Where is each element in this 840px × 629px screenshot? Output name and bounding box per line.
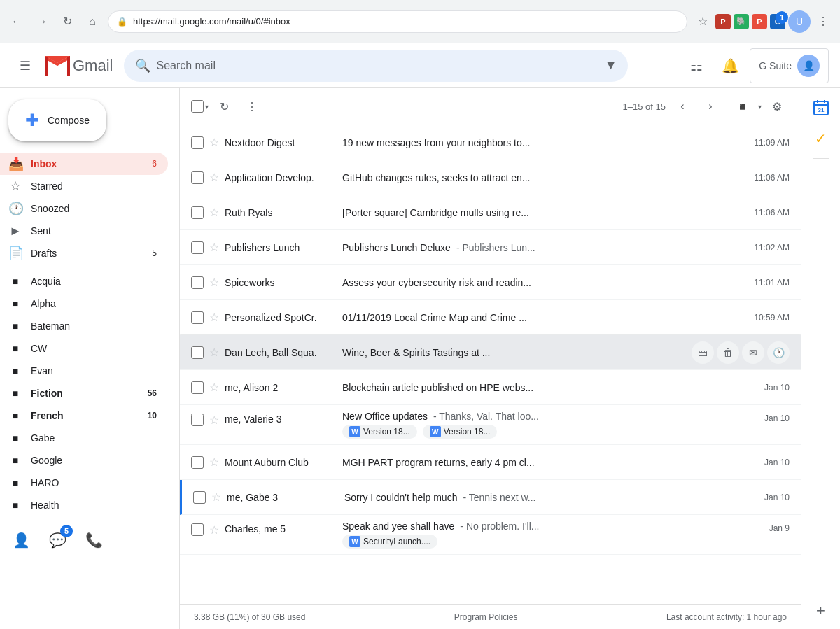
ext-icon-2[interactable]: 🐘 bbox=[734, 14, 749, 29]
menu-button[interactable]: ⋮ bbox=[813, 12, 833, 31]
sidebar-label-evan[interactable]: ■ Evan bbox=[0, 360, 168, 382]
back-button[interactable]: ← bbox=[7, 12, 27, 31]
phone-icon-btn[interactable]: 📞 bbox=[81, 528, 106, 553]
pagination-info: 1–15 of 15 ‹ › bbox=[623, 95, 722, 118]
email-row[interactable]: ☆ Mount Auburn Club MGH PART program ret… bbox=[180, 445, 801, 480]
bookmark-button[interactable]: ☆ bbox=[693, 12, 713, 31]
attachment-chip[interactable]: W Version 18... bbox=[342, 425, 417, 439]
sidebar-label-alpha[interactable]: ■ Alpha bbox=[0, 292, 168, 315]
sidebar-item-sent[interactable]: ► Sent bbox=[0, 220, 168, 242]
select-dropdown-arrow[interactable]: ▾ bbox=[205, 103, 209, 111]
calendar-icon-btn[interactable]: 31 bbox=[807, 94, 835, 122]
email-row[interactable]: ☆ Ruth Ryals [Porter square] Cambridge m… bbox=[180, 195, 801, 230]
search-dropdown-icon[interactable]: ▼ bbox=[605, 58, 617, 73]
email-star[interactable]: ☆ bbox=[209, 414, 219, 427]
user-avatar[interactable]: 👤 bbox=[797, 55, 820, 77]
compose-button[interactable]: ✚ Compose bbox=[8, 99, 106, 141]
email-row[interactable]: ☆ Nextdoor Digest 19 new messages from y… bbox=[180, 125, 801, 160]
email-star[interactable]: ☆ bbox=[211, 490, 221, 504]
email-row[interactable]: ☆ Publishers Lunch Publishers Lunch Delu… bbox=[180, 230, 801, 265]
sidebar-item-inbox[interactable]: 📥 Inbox 6 bbox=[0, 153, 168, 175]
sidebar-label-french[interactable]: ■ French 10 bbox=[0, 404, 168, 427]
right-divider bbox=[813, 158, 830, 159]
view-dropdown-arrow[interactable]: ▾ bbox=[758, 103, 762, 111]
email-star[interactable]: ☆ bbox=[209, 455, 219, 469]
gmail-footer: 3.38 GB (11%) of 30 GB used Program Poli… bbox=[180, 604, 801, 629]
delete-button[interactable]: 🗑 bbox=[717, 341, 739, 364]
email-row[interactable]: ☆ me, Valerie 3 New Office updates - Tha… bbox=[180, 405, 801, 445]
archive-button[interactable]: 🗃 bbox=[692, 341, 714, 364]
email-star[interactable]: ☆ bbox=[209, 206, 219, 219]
attachment-chip[interactable]: W SecurityLaunch.... bbox=[342, 535, 438, 549]
email-star[interactable]: ☆ bbox=[209, 171, 219, 184]
email-checkbox[interactable] bbox=[191, 206, 204, 219]
sidebar-item-snoozed[interactable]: 🕐 Snoozed bbox=[0, 197, 168, 220]
sidebar-label-acquia[interactable]: ■ Acquia bbox=[0, 270, 168, 292]
email-star[interactable]: ☆ bbox=[209, 276, 219, 289]
sidebar-label-health[interactable]: ■ Health bbox=[0, 494, 168, 516]
ext-icon-4[interactable]: G1 bbox=[770, 14, 785, 29]
email-star[interactable]: ☆ bbox=[209, 311, 219, 324]
url-bar[interactable]: 🔒 https://mail.google.com/mail/u/0/#inbo… bbox=[108, 10, 687, 33]
snooze-button[interactable]: 🕐 bbox=[767, 341, 790, 364]
email-checkbox[interactable] bbox=[191, 346, 204, 359]
search-bar[interactable]: 🔍 ▼ bbox=[124, 50, 628, 82]
sidebar-label-haro[interactable]: ■ HARO bbox=[0, 472, 168, 494]
email-star[interactable]: ☆ bbox=[209, 381, 219, 394]
split-view-button[interactable]: ◾ bbox=[730, 94, 755, 119]
email-row[interactable]: ☆ Application Develop. GitHub changes ru… bbox=[180, 160, 801, 195]
forward-button[interactable]: → bbox=[32, 12, 52, 31]
email-checkbox[interactable] bbox=[191, 276, 204, 289]
notifications-button[interactable]: 🔔 bbox=[716, 52, 744, 80]
email-row-hovered[interactable]: ☆ Dan Lech, Ball Squa. Wine, Beer & Spir… bbox=[180, 335, 801, 370]
gsuite-button[interactable]: G Suite 👤 bbox=[750, 48, 829, 83]
sidebar-label-gabe[interactable]: ■ Gabe bbox=[0, 427, 168, 449]
hamburger-menu[interactable]: ☰ bbox=[11, 52, 39, 80]
sidebar-item-starred[interactable]: ☆ Starred bbox=[0, 175, 168, 197]
email-star[interactable]: ☆ bbox=[209, 346, 219, 359]
attachment-chip[interactable]: W Version 18... bbox=[423, 425, 498, 439]
sidebar-label-fiction[interactable]: ■ Fiction 56 bbox=[0, 382, 168, 404]
sidebar-item-drafts[interactable]: 📄 Drafts 5 bbox=[0, 242, 168, 264]
tasks-icon-btn[interactable]: ✓ bbox=[807, 125, 835, 153]
search-input[interactable] bbox=[156, 59, 598, 72]
reload-button[interactable]: ↻ bbox=[57, 12, 77, 31]
ext-icon-1[interactable]: P bbox=[715, 14, 731, 29]
policies-text[interactable]: Program Policies bbox=[454, 612, 518, 622]
email-checkbox[interactable] bbox=[191, 381, 204, 394]
user-avatar-browser[interactable]: U bbox=[788, 10, 811, 33]
home-button[interactable]: ⌂ bbox=[83, 12, 102, 31]
sidebar-label-cw[interactable]: ■ CW bbox=[0, 337, 168, 360]
refresh-button[interactable]: ↻ bbox=[211, 94, 237, 119]
email-checkbox[interactable] bbox=[191, 241, 204, 254]
email-star[interactable]: ☆ bbox=[209, 241, 219, 254]
email-checkbox[interactable] bbox=[191, 311, 204, 324]
email-subject-preview: New Office updates - Thanks, Val. That l… bbox=[342, 411, 735, 422]
more-options-button[interactable]: ⋮ bbox=[239, 94, 265, 119]
sidebar-label-bateman[interactable]: ■ Bateman bbox=[0, 315, 168, 337]
apps-button[interactable]: ⚏ bbox=[682, 52, 710, 80]
sidebar-label-google[interactable]: ■ Google bbox=[0, 449, 168, 472]
email-checkbox[interactable] bbox=[191, 171, 204, 184]
prev-page-button[interactable]: ‹ bbox=[671, 95, 694, 118]
email-row[interactable]: ☆ me, Alison 2 Blockchain article publis… bbox=[180, 370, 801, 405]
ext-icon-3[interactable]: P bbox=[752, 14, 767, 29]
people-icon-btn[interactable]: 👤 bbox=[8, 528, 34, 553]
email-star[interactable]: ☆ bbox=[209, 136, 219, 149]
email-checkbox[interactable] bbox=[191, 523, 204, 536]
email-checkbox[interactable] bbox=[191, 456, 204, 469]
email-checkbox[interactable] bbox=[191, 136, 204, 149]
settings-button[interactable]: ⚙ bbox=[764, 94, 790, 119]
add-plugin-button[interactable]: + bbox=[808, 598, 834, 623]
email-checkbox[interactable] bbox=[193, 491, 206, 504]
email-row[interactable]: ☆ Charles, me 5 Speak and yee shall have… bbox=[180, 515, 801, 555]
email-row[interactable]: ☆ Spiceworks Assess your cybersecurity r… bbox=[180, 265, 801, 300]
mark-unread-button[interactable]: ✉ bbox=[742, 341, 764, 364]
email-row-selected[interactable]: ☆ me, Gabe 3 Sorry I couldn't help much … bbox=[180, 480, 801, 515]
email-checkbox[interactable] bbox=[191, 414, 204, 426]
email-star[interactable]: ☆ bbox=[209, 523, 219, 537]
next-page-button[interactable]: › bbox=[699, 95, 722, 118]
label-icon: ■ bbox=[8, 388, 22, 399]
select-all-checkbox[interactable] bbox=[191, 100, 204, 113]
email-row[interactable]: ☆ Personalized SpotCr. 01/11/2019 Local … bbox=[180, 300, 801, 335]
